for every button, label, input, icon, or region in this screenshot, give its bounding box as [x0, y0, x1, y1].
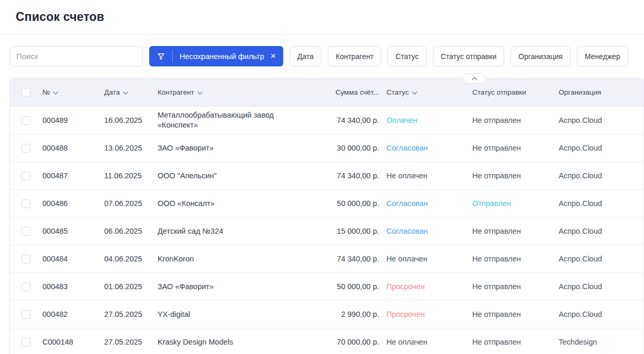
row-checkbox-cell	[21, 282, 42, 291]
invoice-amount: 50 000,00 р.	[309, 282, 379, 291]
row-checkbox[interactable]	[21, 282, 30, 291]
invoice-status: Не оплачен	[386, 172, 427, 180]
row-checkbox[interactable]	[21, 116, 30, 125]
table-row[interactable]: 000485 06.06.2025 Детский сад №324 15 00…	[10, 218, 643, 245]
invoice-list-page: Список счетов Несохраненный фильтр × Дат…	[0, 0, 644, 354]
column-header-number[interactable]: №	[42, 88, 104, 96]
invoice-sending-status: Не отправлен	[472, 310, 521, 318]
invoice-status-cell: Согласован	[379, 199, 472, 208]
invoice-date: 06.06.2025	[104, 227, 158, 235]
invoice-sending-cell: Отправлен	[472, 199, 559, 208]
invoice-organization: Аспро.Cloud	[559, 282, 643, 291]
sort-chevron-icon[interactable]	[123, 92, 128, 95]
sort-chevron-icon[interactable]	[197, 92, 203, 95]
invoice-status: Не оплачен	[386, 338, 427, 346]
invoice-organization: Аспро.Cloud	[559, 227, 643, 235]
row-checkbox[interactable]	[21, 310, 30, 319]
invoice-counterparty: ООО «Консалт»	[158, 199, 309, 209]
column-header-amount[interactable]: Сумма счёт...	[309, 88, 379, 96]
invoice-number: 000486	[42, 199, 104, 208]
row-checkbox[interactable]	[21, 144, 30, 153]
filter-button-date[interactable]: Дата	[290, 46, 321, 66]
invoice-number: 000489	[42, 116, 104, 124]
column-header-status[interactable]: Статус	[379, 88, 472, 96]
invoice-sending-cell: Не отправлен	[472, 255, 559, 263]
invoice-table-body: 000489 16.06.2025 Металлообрабатывающий …	[10, 107, 643, 354]
invoice-counterparty: ЗАО «Фаворит»	[158, 282, 309, 292]
row-checkbox-cell	[21, 255, 42, 264]
invoice-date: 01.06.2025	[104, 282, 158, 291]
invoice-date: 27.05.2025	[104, 338, 158, 346]
invoice-date: 16.06.2025	[104, 116, 158, 124]
header-select-all[interactable]	[21, 88, 42, 97]
filter-button-status[interactable]: Статус	[387, 46, 426, 66]
invoice-sending-cell: Не отправлен	[472, 338, 559, 346]
invoice-counterparty: ЗАО «Фаворит»	[158, 143, 309, 153]
invoice-amount: 70 000,00 р.	[309, 338, 379, 346]
invoice-status: Согласован	[386, 199, 428, 208]
invoice-status: Оплачен	[386, 116, 417, 124]
table-row[interactable]: 000488 13.06.2025 ЗАО «Фаворит» 30 000,0…	[10, 134, 643, 162]
filter-button-manager[interactable]: Менеджер	[577, 46, 628, 66]
column-header-date[interactable]: Дата	[104, 88, 158, 96]
invoice-number: 000487	[42, 172, 104, 180]
search-input[interactable]	[9, 46, 143, 66]
invoice-sending-cell: Не отправлен	[472, 144, 559, 152]
invoice-status-cell: Не оплачен	[379, 338, 472, 346]
filter-button-counterparty[interactable]: Контрагент	[328, 46, 381, 66]
invoice-organization: Аспро.Cloud	[559, 255, 643, 263]
invoice-date: 04.06.2025	[104, 255, 158, 263]
invoice-number: 000482	[42, 310, 104, 318]
invoice-number: 000488	[42, 144, 104, 152]
row-checkbox-cell	[21, 144, 42, 153]
active-filter-chip[interactable]: Несохраненный фильтр ×	[149, 46, 283, 66]
table-row[interactable]: C000148 27.05.2025 Krasky Design Models …	[10, 328, 643, 354]
toolbar: Несохраненный фильтр × Дата Контрагент С…	[9, 46, 635, 66]
row-checkbox[interactable]	[21, 338, 30, 347]
column-header-counterparty[interactable]: Контрагент	[158, 88, 309, 96]
row-checkbox[interactable]	[21, 255, 30, 264]
table-row[interactable]: 000484 04.06.2025 KronKoron 74 340,00 р.…	[10, 245, 643, 273]
column-header-organization[interactable]: Организация	[559, 88, 643, 96]
invoice-counterparty: ООО "Апельсин"	[158, 171, 309, 181]
invoice-sending-cell: Не отправлен	[472, 282, 559, 291]
row-checkbox-cell	[21, 116, 42, 125]
invoice-sending-cell: Не отправлен	[472, 172, 559, 180]
row-checkbox[interactable]	[21, 199, 30, 208]
invoice-date: 13.06.2025	[104, 144, 158, 152]
invoice-status-cell: Не оплачен	[379, 172, 472, 180]
filter-clear-icon[interactable]: ×	[269, 51, 283, 62]
table-row[interactable]: 000482 27.05.2025 YX-digital 2 990,00 р.…	[10, 301, 643, 328]
invoice-number: 000484	[42, 255, 104, 263]
invoice-date: 27.05.2025	[104, 310, 158, 318]
row-checkbox[interactable]	[21, 227, 30, 236]
table-row[interactable]: 000483 01.06.2025 ЗАО «Фаворит» 50 000,0…	[10, 273, 643, 301]
invoice-status-cell: Согласован	[379, 144, 472, 152]
row-checkbox-cell	[21, 227, 42, 236]
filter-button-sending-status[interactable]: Статус отправки	[433, 46, 505, 66]
invoice-counterparty: Детский сад №324	[158, 226, 309, 236]
chevron-up-icon	[472, 77, 478, 81]
invoice-status: Просрочен	[386, 282, 425, 291]
invoice-table: № Дата Контрагент Сумма счёт... Статус С…	[9, 78, 644, 354]
page-title: Список счетов	[16, 10, 104, 24]
row-checkbox[interactable]	[21, 172, 30, 180]
invoice-amount: 74 340,00 р.	[309, 116, 379, 124]
column-header-sending-status[interactable]: Статус отправки	[472, 88, 559, 96]
invoice-counterparty: Металлообрабатывающий завод «Конспект»	[158, 110, 309, 130]
sort-chevron-icon[interactable]	[412, 92, 417, 95]
table-row[interactable]: 000489 16.06.2025 Металлообрабатывающий …	[10, 107, 643, 134]
collapse-table-button[interactable]	[463, 73, 486, 84]
table-row[interactable]: 000486 07.06.2025 ООО «Консалт» 50 000,0…	[10, 190, 643, 218]
sort-chevron-icon[interactable]	[53, 92, 58, 95]
invoice-organization: Аспро.Cloud	[559, 144, 643, 152]
select-all-checkbox[interactable]	[21, 88, 30, 97]
filter-button-organization[interactable]: Организация	[510, 46, 570, 66]
invoice-date: 11.06.2025	[104, 172, 158, 180]
invoice-number: 000483	[42, 282, 104, 291]
invoice-sending-cell: Не отправлен	[472, 116, 559, 124]
invoice-amount: 15 000,00 р.	[309, 227, 379, 235]
invoice-sending-cell: Не отправлен	[472, 310, 559, 318]
table-row[interactable]: 000487 11.06.2025 ООО "Апельсин" 74 340,…	[10, 162, 643, 190]
invoice-number: 000485	[42, 227, 104, 235]
